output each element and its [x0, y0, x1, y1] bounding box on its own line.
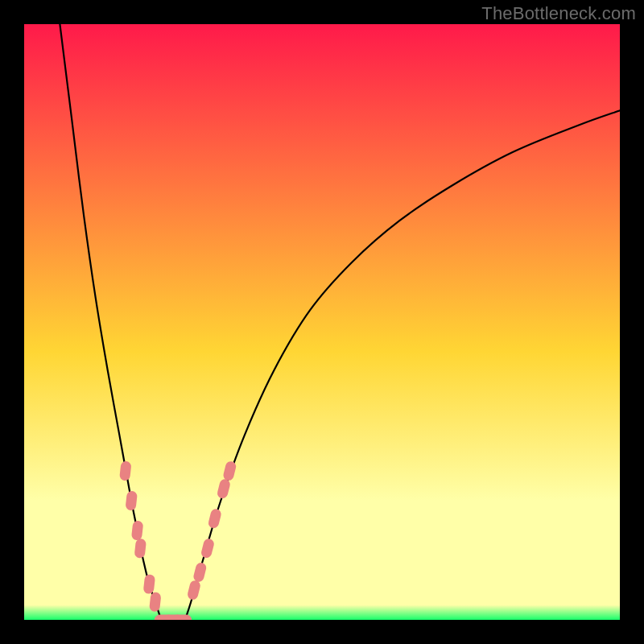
watermark-text: TheBottleneck.com: [481, 3, 636, 24]
chart-frame: TheBottleneck.com: [0, 0, 644, 644]
chart-background: [24, 24, 620, 620]
chart-svg: [24, 24, 620, 620]
plot-area: [24, 24, 620, 620]
marker-point: [172, 615, 192, 621]
